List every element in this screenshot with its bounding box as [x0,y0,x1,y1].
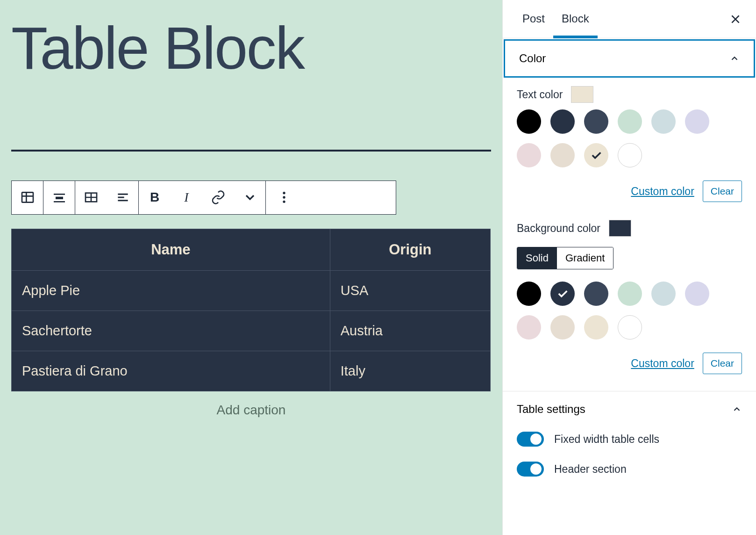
table-cell[interactable]: USA [330,270,490,311]
editor-canvas: Table Block B I Name Origin [0,0,502,535]
table-header-cell[interactable]: Origin [330,229,490,270]
table-row: Apple Pie USA [12,270,491,311]
color-panel-header[interactable]: Color [504,39,755,78]
table-cell[interactable]: Apple Pie [12,270,330,311]
table-cell[interactable]: Sachertorte [12,311,330,351]
text-custom-color-link[interactable]: Custom color [631,185,694,198]
color-swatch[interactable] [550,109,575,134]
bg-color-swatches [517,282,742,340]
text-align-left-icon [115,190,130,205]
color-swatch[interactable] [584,315,608,340]
align-button[interactable] [43,181,75,214]
color-swatch[interactable] [618,109,642,134]
more-options-button[interactable] [266,181,302,214]
bg-color-label: Background color [517,222,600,235]
align-icon [52,190,67,205]
check-icon [556,287,569,300]
table-row: Pastiera di Grano Italy [12,351,491,391]
bold-button[interactable]: B [139,181,171,214]
color-swatch[interactable] [685,109,709,134]
svg-point-5 [283,192,285,194]
table-block[interactable]: Name Origin Apple Pie USA Sachertorte Au… [11,229,491,391]
color-swatch[interactable] [517,109,541,134]
color-swatch[interactable] [517,315,541,340]
svg-rect-0 [22,192,33,202]
table-settings-header[interactable]: Table settings [503,391,756,420]
svg-rect-1 [54,194,65,195]
color-swatch[interactable] [618,315,642,340]
chevron-up-icon [729,53,740,64]
table-settings-title: Table settings [517,403,585,416]
chevron-down-icon [242,190,257,205]
text-clear-button[interactable]: Clear [703,181,742,202]
text-color-chip [571,86,593,103]
color-swatch[interactable] [584,282,608,306]
table-cell[interactable]: Italy [330,351,490,391]
svg-rect-2 [56,197,63,199]
text-color-swatches [517,109,742,167]
column-align-button[interactable] [107,181,139,214]
color-swatch[interactable] [651,109,676,134]
color-panel-body: Text color Custom color Clear Background… [503,78,756,387]
edit-table-button[interactable] [75,181,107,214]
italic-button[interactable]: I [171,181,202,214]
table-caption-input[interactable]: Add caption [11,403,491,418]
svg-point-6 [283,196,285,198]
color-swatch[interactable] [618,282,642,306]
header-section-label: Header section [554,463,627,476]
color-swatch[interactable] [651,282,676,306]
table-edit-icon [84,190,99,205]
bg-color-chip [609,220,631,237]
color-swatch[interactable] [618,143,642,167]
table-cell[interactable]: Austria [330,311,490,351]
table-header-cell[interactable]: Name [12,229,330,270]
color-swatch[interactable] [550,315,575,340]
link-button[interactable] [202,181,234,214]
bg-custom-color-link[interactable]: Custom color [631,357,694,370]
table-cell[interactable]: Pastiera di Grano [12,351,330,391]
color-panel-title: Color [519,52,546,65]
more-vertical-icon [277,190,292,205]
color-swatch[interactable] [517,143,541,167]
close-sidebar-button[interactable] [726,10,745,29]
more-rich-text-button[interactable] [234,181,266,214]
color-swatch[interactable] [584,109,608,134]
bg-clear-button[interactable]: Clear [703,353,742,374]
table-icon [20,190,35,205]
text-color-label: Text color [517,88,563,101]
bg-mode-gradient[interactable]: Gradient [557,247,613,269]
settings-sidebar: Post Block Color Text color Custom color… [502,0,756,535]
fixed-width-label: Fixed width table cells [554,433,659,446]
bg-mode-toggle: Solid Gradient [517,247,613,269]
color-swatch[interactable] [550,282,575,306]
table-row: Sachertorte Austria [12,311,491,351]
block-toolbar: B I [11,181,396,215]
sidebar-tabs: Post Block [503,0,756,38]
italic-icon: I [184,190,188,205]
color-swatch[interactable] [550,143,575,167]
check-icon [590,149,603,162]
color-swatch[interactable] [584,143,608,167]
svg-rect-3 [54,201,65,202]
tab-block[interactable]: Block [553,0,598,38]
table-header-row: Name Origin [12,229,491,270]
color-swatch[interactable] [517,282,541,306]
bg-mode-solid[interactable]: Solid [517,247,557,269]
block-type-button[interactable] [12,181,43,214]
fixed-width-toggle[interactable] [517,432,544,447]
page-title[interactable]: Table Block [11,12,491,84]
link-icon [211,190,226,205]
svg-point-7 [283,201,285,203]
tab-post[interactable]: Post [514,0,553,38]
bold-icon: B [150,190,159,205]
color-swatch[interactable] [685,282,709,306]
header-section-toggle[interactable] [517,462,544,477]
separator-block[interactable] [11,150,491,152]
close-icon [729,13,742,25]
table-settings-body: Fixed width table cells Header section [503,420,756,493]
chevron-up-icon [732,404,742,414]
